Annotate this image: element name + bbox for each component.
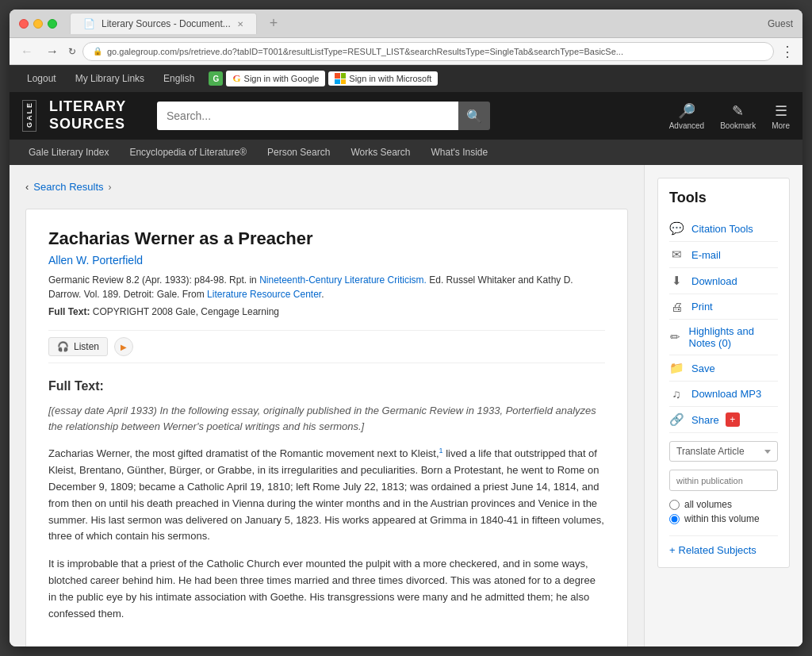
within-volume-radio[interactable] <box>669 514 680 524</box>
site-title-line2: SOURCES <box>49 116 144 133</box>
document-author[interactable]: Allen W. Porterfield <box>48 254 605 267</box>
citation-period: . <box>321 289 324 300</box>
gale-logo: GALE <box>22 100 36 132</box>
download-label: Download <box>691 275 737 287</box>
download-item[interactable]: ⬇ Download <box>669 268 778 294</box>
search-input[interactable] <box>157 102 458 130</box>
highlights-notes-item[interactable]: ✏ Highlights and Notes (0) <box>669 320 778 355</box>
language-english[interactable]: English <box>155 70 202 87</box>
main-content: ‹ Search Results › Zacharias Werner as a… <box>10 165 802 646</box>
breadcrumb-search-results[interactable]: Search Results <box>33 181 103 193</box>
related-subjects-link[interactable]: + Related Subjects <box>669 544 778 556</box>
more-button[interactable]: ☰ More <box>772 102 790 130</box>
search-pub-input[interactable] <box>670 472 778 489</box>
sign-in-google-label: Sign in with Google <box>244 74 320 83</box>
bookmark-button[interactable]: ✎ Bookmark <box>720 102 756 130</box>
nav-works-search[interactable]: Works Search <box>341 142 419 163</box>
within-volume-option[interactable]: within this volume <box>669 513 778 524</box>
close-button[interactable] <box>19 19 29 29</box>
related-subjects-label: Related Subjects <box>679 544 756 556</box>
citation-from-link[interactable]: Literature Resource Center <box>207 289 321 300</box>
email-label: E-mail <box>691 249 721 261</box>
sign-in-google-button[interactable]: G Sign in with Google <box>226 71 325 86</box>
download-mp3-item[interactable]: ♫ Download MP3 <box>669 382 778 407</box>
sidebar: Tools 💬 Citation Tools ✉ E-mail ⬇ Downlo… <box>644 165 802 646</box>
share-icon: 🔗 <box>669 412 684 427</box>
browser-frame: 📄 Literary Sources - Document... ✕ + Gue… <box>10 10 802 646</box>
highlights-notes-label: Highlights and Notes (0) <box>689 325 778 349</box>
share-item[interactable]: 🔗 Share + <box>669 407 778 433</box>
document-title: Zacharias Werner as a Preacher <box>48 228 605 249</box>
nav-gale-literary-index[interactable]: Gale Literary Index <box>19 142 118 163</box>
all-volumes-option[interactable]: all volumes <box>669 499 778 510</box>
back-button[interactable]: ← <box>17 43 36 60</box>
sign-in-microsoft-button[interactable]: Sign in with Microsoft <box>328 71 438 86</box>
related-subjects: + Related Subjects <box>669 535 778 556</box>
nav-person-search[interactable]: Person Search <box>258 142 339 163</box>
traffic-lights <box>19 19 57 29</box>
citation-tools-label: Citation Tools <box>691 223 753 235</box>
share-label: Share <box>691 414 719 426</box>
email-item[interactable]: ✉ E-mail <box>669 242 778 268</box>
logout-link[interactable]: Logout <box>19 70 64 87</box>
more-icon: ☰ <box>775 102 787 120</box>
tab-title: Literary Sources - Document... <box>102 18 231 29</box>
music-icon: ♫ <box>669 387 684 401</box>
play-button[interactable]: ▶ <box>114 337 133 356</box>
minimize-button[interactable] <box>33 19 43 29</box>
download-icon: ⬇ <box>669 274 684 288</box>
tab-close-icon[interactable]: ✕ <box>237 20 243 29</box>
nav-encyclopedia-literature[interactable]: Encyclopedia of Literature® <box>120 142 256 163</box>
top-nav: Logout My Library Links English G G Sign… <box>10 65 802 92</box>
save-label: Save <box>691 363 715 374</box>
body-paragraph-1: Zacharias Werner, the most gifted dramat… <box>48 445 605 545</box>
document-copyright: Full Text: COPYRIGHT 2008 Gale, Cengage … <box>48 306 605 317</box>
maximize-button[interactable] <box>48 19 57 29</box>
tab-favicon: 📄 <box>83 18 95 29</box>
header-tools: 🔎 Advanced ✎ Bookmark ☰ More <box>669 102 790 130</box>
address-bar[interactable]: 🔒 go.galegroup.com/ps/retrieve.do?tabID=… <box>82 42 774 61</box>
all-volumes-radio[interactable] <box>669 500 680 510</box>
print-label: Print <box>691 301 713 313</box>
body-paragraph-2: It is improbable that a priest of the Ca… <box>48 556 605 622</box>
translate-dropdown[interactable]: Translate Article <box>669 441 778 462</box>
print-item[interactable]: 🖨 Print <box>669 294 778 320</box>
advanced-label: Advanced <box>669 121 704 130</box>
share-plus-button[interactable]: + <box>726 412 740 427</box>
bookmark-icon: ✎ <box>732 102 744 120</box>
nav-whats-inside[interactable]: What's Inside <box>422 142 498 163</box>
citation-source-link[interactable]: Nineteenth-Century Literature Criticism. <box>259 274 427 286</box>
site-title-line1: LITERARY <box>49 98 144 116</box>
browser-tab[interactable]: 📄 Literary Sources - Document... ✕ <box>70 13 257 34</box>
within-volume-label: within this volume <box>684 513 760 524</box>
extension-icon: G <box>209 71 223 86</box>
new-tab-button[interactable]: + <box>263 15 285 32</box>
breadcrumb-forward-arrow: › <box>109 182 112 193</box>
plus-icon: + <box>669 544 676 556</box>
email-icon: ✉ <box>669 247 684 262</box>
all-volumes-label: all volumes <box>684 499 732 510</box>
document-container: Zacharias Werner as a Preacher Allen W. … <box>25 209 628 646</box>
tools-title: Tools <box>669 190 778 206</box>
refresh-button[interactable]: ↻ <box>68 46 76 57</box>
advanced-search-button[interactable]: 🔎 Advanced <box>669 102 704 130</box>
browser-more-button[interactable]: ⋮ <box>780 43 795 60</box>
site-header: GALE LITERARY SOURCES 🔍 🔎 Advanced ✎ Boo… <box>10 92 802 140</box>
save-item[interactable]: 📁 Save <box>669 355 778 382</box>
forward-button[interactable]: → <box>43 43 62 60</box>
citation-tools-item[interactable]: 💬 Citation Tools <box>669 216 778 242</box>
content-area: ‹ Search Results › Zacharias Werner as a… <box>10 165 644 646</box>
my-library-links[interactable]: My Library Links <box>67 70 152 87</box>
address-text: go.galegroup.com/ps/retrieve.do?tabID=T0… <box>107 47 623 56</box>
tools-panel: Tools 💬 Citation Tools ✉ E-mail ⬇ Downlo… <box>657 178 790 568</box>
sign-in-microsoft-label: Sign in with Microsoft <box>349 74 431 83</box>
citation-icon: 💬 <box>669 221 684 236</box>
listen-label: Listen <box>74 341 99 352</box>
copyright-text: COPYRIGHT 2008 Gale, Cengage Learning <box>93 306 279 317</box>
advanced-icon: 🔎 <box>678 102 695 120</box>
browser-addressbar: ← → ↻ 🔒 go.galegroup.com/ps/retrieve.do?… <box>10 38 802 65</box>
search-button[interactable]: 🔍 <box>458 102 490 130</box>
secure-icon: 🔒 <box>93 47 102 56</box>
more-label: More <box>772 121 790 130</box>
listen-button[interactable]: 🎧 Listen <box>48 337 108 356</box>
